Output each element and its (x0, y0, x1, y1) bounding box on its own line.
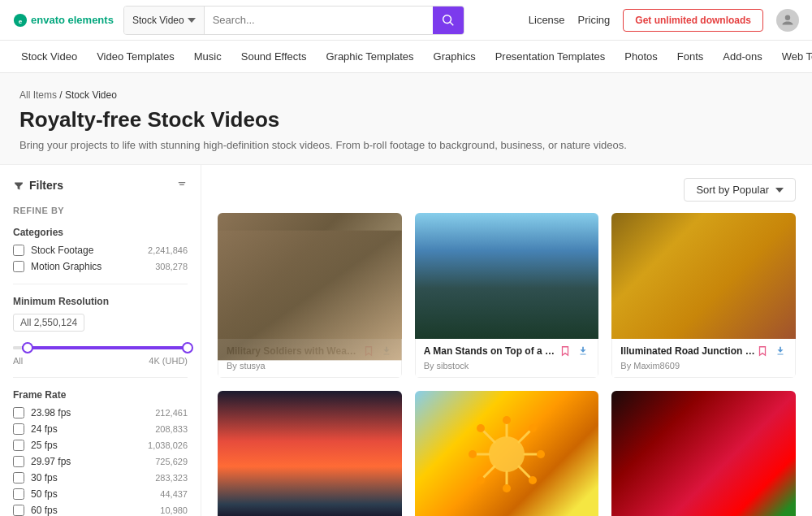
checkbox-25fps[interactable] (13, 440, 24, 451)
page-header: All Items / Stock Video Royalty-free Sto… (0, 73, 812, 165)
svg-point-17 (477, 476, 485, 484)
search-bar: Stock Video (123, 6, 464, 35)
checkbox-stock-footage[interactable] (13, 245, 24, 256)
checkbox-motion-graphics[interactable] (13, 261, 24, 272)
avatar[interactable] (776, 9, 799, 32)
bookmark-icon (758, 345, 767, 357)
license-link[interactable]: License (529, 14, 565, 26)
card-3-bookmark-button[interactable] (756, 344, 769, 361)
bookmark-icon (560, 345, 570, 357)
breadcrumb-current: Stock Video (65, 89, 117, 101)
checkbox-50fps[interactable] (13, 488, 24, 500)
user-icon (781, 14, 794, 27)
nav-fonts[interactable]: Fonts (669, 41, 712, 73)
chevron-down-icon (775, 188, 784, 193)
nav-sound-effects[interactable]: Sound Effects (233, 41, 315, 73)
search-dropdown-label: Stock Video (132, 15, 184, 26)
checkbox-24fps[interactable] (13, 423, 24, 435)
card-3-author: By Maxim8609 (620, 361, 787, 371)
fps-50: 50 fps 44,437 (13, 488, 188, 500)
sidebar: Filters Refine by Categories Stock Foota… (0, 165, 201, 516)
card-3-thumbnail (611, 213, 796, 339)
fps-24: 24 fps 208,833 (13, 423, 188, 435)
svg-line-18 (519, 466, 529, 477)
card-3-title: Illuminated Road Junction and Ca... (620, 345, 756, 357)
svg-point-5 (503, 416, 511, 424)
nav-stock-video[interactable]: Stock Video (13, 41, 85, 73)
checkbox-label-motion-graphics: Motion Graphics (31, 261, 102, 272)
card-2-author: By sibstock (424, 361, 590, 371)
category-motion-graphics: Motion Graphics 308,278 (13, 261, 188, 272)
fps-60: 60 fps 10,980 (13, 505, 188, 516)
fps-30: 30 fps 283,323 (13, 472, 188, 483)
card-2[interactable]: A Man Stands on Top of a Cliff an... By … (415, 213, 599, 378)
search-input[interactable] (205, 7, 433, 34)
search-icon (443, 15, 454, 26)
checkbox-23fps[interactable] (13, 407, 24, 418)
sort-dropdown[interactable]: Sort by Popular (684, 178, 796, 202)
logo-icon: e (13, 13, 28, 28)
main-layout: Filters Refine by Categories Stock Foota… (0, 165, 812, 516)
categories-label: Categories (13, 227, 188, 238)
nav-addons[interactable]: Add-ons (715, 41, 770, 73)
svg-line-12 (484, 431, 495, 442)
search-button[interactable] (433, 7, 464, 34)
svg-point-15 (529, 424, 537, 432)
card-3[interactable]: Illuminated Road Junction and Ca... By M… (611, 213, 796, 378)
refine-label: Refine by (13, 206, 188, 215)
header-links: License Pricing Get unlimited downloads (529, 9, 799, 32)
svg-point-13 (477, 424, 485, 432)
svg-point-11 (537, 450, 545, 458)
card-4-thumbnail (218, 391, 402, 516)
unlimited-button[interactable]: Get unlimited downloads (623, 9, 763, 32)
video-grid: Military Soldiers with Weapons D... By s… (218, 213, 796, 516)
card-1[interactable]: Military Soldiers with Weapons D... By s… (218, 213, 402, 378)
card-2-actions (559, 344, 590, 361)
count-motion-graphics: 308,278 (155, 262, 188, 271)
nav-presentation-templates[interactable]: Presentation Templates (487, 41, 614, 73)
svg-text:e: e (19, 17, 23, 24)
resolution-label: Minimum Resolution (13, 296, 188, 307)
divider-1 (13, 284, 188, 284)
page-title: Royalty-free Stock Videos (19, 107, 793, 132)
card-3-download-button[interactable] (774, 344, 787, 361)
svg-point-9 (469, 450, 477, 458)
checkbox-30fps[interactable] (13, 472, 24, 483)
logo-text: envato elements (31, 14, 114, 26)
pricing-link[interactable]: Pricing (578, 14, 611, 26)
page-description: Bring your projects to life with stunnin… (19, 139, 793, 151)
card-5[interactable]: Dispersed corona viruses with ne... By v… (415, 391, 599, 516)
slider-min-label: All (13, 356, 23, 366)
resolution-value: All 2,550,124 (13, 314, 84, 332)
svg-rect-2 (218, 231, 402, 361)
checkbox-2997fps[interactable] (13, 456, 24, 467)
breadcrumb-all-items[interactable]: All Items (19, 89, 57, 101)
nav-graphics[interactable]: Graphics (425, 41, 484, 73)
card-6[interactable]: Red tomatoes super mega macro ... By Raf… (611, 391, 796, 516)
svg-line-14 (519, 431, 529, 442)
filter-icon (13, 180, 24, 191)
card-4[interactable]: Aerial drone view of sunset snow ... By … (218, 391, 402, 516)
nav-video-templates[interactable]: Video Templates (89, 41, 183, 73)
slider-max-label: 4K (UHD) (149, 356, 188, 366)
card-2-bookmark-button[interactable] (559, 344, 572, 361)
sidebar-title: Filters (13, 179, 63, 192)
nav-graphic-templates[interactable]: Graphic Templates (317, 41, 421, 73)
nav-music[interactable]: Music (186, 41, 230, 73)
logo[interactable]: e envato elements (13, 13, 114, 28)
nav-photos[interactable]: Photos (616, 41, 665, 73)
card-6-thumbnail (611, 391, 796, 516)
fps-23-98: 23.98 fps 212,461 (13, 407, 188, 418)
resolution-slider[interactable]: All 4K (UHD) (13, 346, 188, 366)
breadcrumb: All Items / Stock Video (19, 89, 793, 101)
card-2-download-button[interactable] (577, 344, 590, 361)
fps-25: 25 fps 1,038,026 (13, 440, 188, 451)
checkbox-60fps[interactable] (13, 505, 24, 516)
card-1-overlay (218, 213, 402, 378)
card-2-title: A Man Stands on Top of a Cliff an... (424, 345, 559, 357)
checkbox-label-stock-footage: Stock Footage (31, 245, 93, 256)
sidebar-collapse-button[interactable] (176, 178, 188, 193)
search-dropdown[interactable]: Stock Video (124, 7, 205, 34)
card-3-info: Illuminated Road Junction and Ca... By M… (611, 339, 796, 378)
nav-web-templates[interactable]: Web Templates (774, 41, 812, 73)
